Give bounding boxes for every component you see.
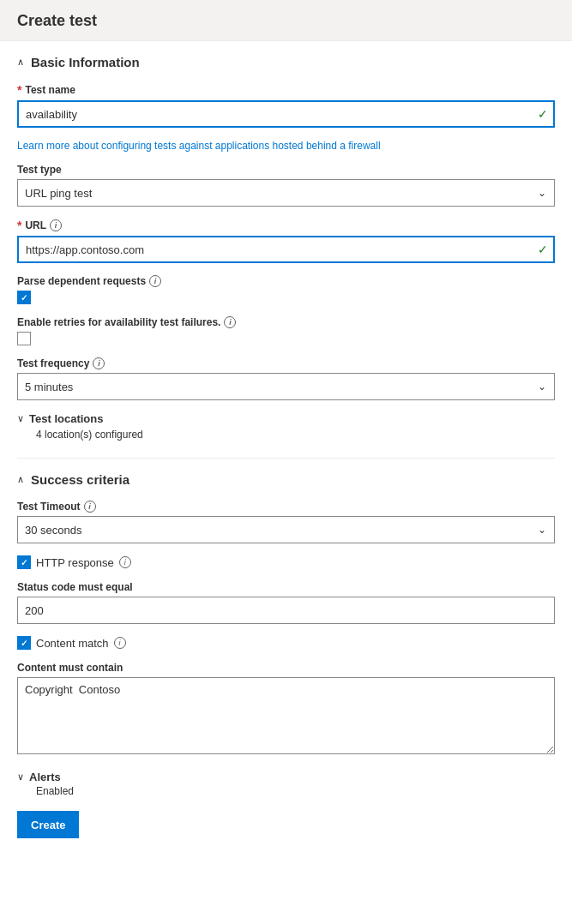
success-criteria-header[interactable]: ∧ Success criteria [17, 472, 555, 487]
test-name-required: * [17, 83, 21, 97]
alerts-status: Enabled [36, 785, 555, 797]
url-required: * [17, 219, 21, 232]
content-match-info-icon[interactable]: i [114, 637, 126, 649]
test-frequency-group: Test frequency i 1 minute 5 minutes 10 m… [17, 357, 555, 400]
enable-retries-group: Enable retries for availability test fai… [17, 316, 555, 345]
status-code-label: Status code must equal [17, 581, 555, 593]
test-name-input-wrapper: ✓ [17, 100, 555, 128]
content-must-contain-textarea[interactable]: Copyright Contoso [17, 677, 555, 754]
basic-info-title: Basic Information [31, 55, 140, 69]
content-must-contain-group: Content must contain Copyright Contoso [17, 662, 555, 757]
alerts-section: ∨ Alerts Enabled [17, 771, 555, 797]
test-name-group: * Test name ✓ [17, 83, 555, 128]
test-name-input[interactable] [17, 100, 555, 128]
page-header: Create test [0, 0, 572, 41]
button-area: Create [17, 811, 555, 838]
http-response-info-icon[interactable]: i [119, 556, 131, 568]
status-code-input[interactable] [17, 597, 555, 624]
test-type-label: Test type [17, 164, 555, 176]
test-name-check-icon: ✓ [538, 107, 548, 121]
basic-info-chevron-icon[interactable]: ∧ [17, 57, 24, 68]
http-response-checkbox[interactable] [17, 555, 31, 569]
content-match-label: Content match [36, 637, 109, 650]
test-type-group: Test type URL ping test Classic URL ping… [17, 164, 555, 207]
parse-dependent-group: Parse dependent requests i ✓ [17, 275, 555, 304]
test-type-select-wrapper: URL ping test Classic URL ping test Cust… [17, 179, 555, 207]
test-locations-sub: 4 location(s) configured [36, 429, 555, 441]
enable-retries-checkbox-group [17, 332, 555, 345]
test-timeout-select-wrapper: 30 seconds 60 seconds 90 seconds 120 sec… [17, 516, 555, 543]
parse-dependent-checkbox-group: ✓ [17, 291, 555, 304]
content-match-group: ✓ Content match i [17, 636, 555, 650]
success-criteria-section: ∧ Success criteria Test Timeout i 30 sec… [17, 472, 555, 757]
test-type-select[interactable]: URL ping test Classic URL ping test Cust… [17, 179, 555, 207]
content-must-contain-label: Content must contain [17, 662, 555, 674]
test-locations-chevron-icon[interactable]: ∨ [17, 413, 24, 424]
parse-dependent-checkbox[interactable] [17, 291, 31, 304]
http-response-label: HTTP response [36, 556, 114, 569]
test-timeout-label: Test Timeout i [17, 501, 555, 513]
success-criteria-title: Success criteria [31, 472, 129, 487]
parse-dependent-label: Parse dependent requests i [17, 275, 555, 287]
url-group: * URL i ✓ [17, 219, 555, 263]
basic-info-header[interactable]: ∧ Basic Information [17, 55, 555, 69]
test-locations-header[interactable]: ∨ Test locations [17, 412, 555, 425]
enable-retries-checkbox[interactable] [17, 332, 31, 345]
http-response-group: ✓ HTTP response i [17, 555, 555, 569]
test-timeout-group: Test Timeout i 30 seconds 60 seconds 90 … [17, 501, 555, 543]
test-frequency-select[interactable]: 1 minute 5 minutes 10 minutes 15 minutes [17, 373, 555, 400]
url-info-icon[interactable]: i [50, 219, 62, 231]
enable-retries-label: Enable retries for availability test fai… [17, 316, 555, 328]
success-criteria-chevron-icon[interactable]: ∧ [17, 474, 24, 485]
url-label: * URL i [17, 219, 555, 232]
alerts-header[interactable]: ∨ Alerts [17, 771, 555, 783]
url-input-wrapper: ✓ [17, 236, 555, 263]
test-name-label: * Test name [17, 83, 555, 97]
parse-dependent-info-icon[interactable]: i [149, 275, 161, 287]
test-locations-title: Test locations [29, 412, 103, 425]
test-timeout-info-icon[interactable]: i [84, 501, 96, 513]
content-match-checkbox[interactable] [17, 636, 31, 650]
test-locations-section: ∨ Test locations 4 location(s) configure… [17, 412, 555, 441]
enable-retries-info-icon[interactable]: i [224, 316, 236, 328]
alerts-title: Alerts [29, 771, 61, 783]
alerts-chevron-icon[interactable]: ∨ [17, 771, 24, 783]
test-frequency-label: Test frequency i [17, 357, 555, 369]
test-timeout-select[interactable]: 30 seconds 60 seconds 90 seconds 120 sec… [17, 516, 555, 543]
create-button[interactable]: Create [17, 811, 79, 838]
firewall-link[interactable]: Learn more about configuring tests again… [17, 140, 555, 152]
url-input[interactable] [17, 236, 555, 263]
page-title: Create test [17, 12, 555, 30]
url-check-icon: ✓ [538, 243, 548, 256]
test-frequency-info-icon[interactable]: i [93, 357, 105, 369]
test-frequency-select-wrapper: 1 minute 5 minutes 10 minutes 15 minutes… [17, 373, 555, 400]
section-divider [17, 458, 555, 459]
basic-info-section: ∧ Basic Information * Test name ✓ Learn … [17, 55, 555, 441]
status-code-group: Status code must equal [17, 581, 555, 624]
